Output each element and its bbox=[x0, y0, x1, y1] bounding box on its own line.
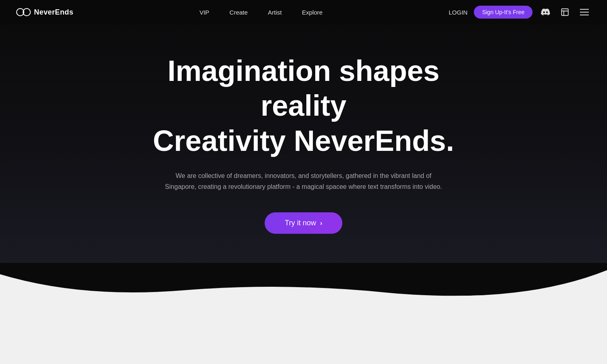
logo-icon bbox=[16, 8, 31, 16]
nav-explore[interactable]: Explore bbox=[302, 9, 323, 16]
wave-divider bbox=[0, 263, 607, 364]
nav-artist[interactable]: Artist bbox=[268, 9, 282, 16]
hero-section: Imagination shapes reality Creativity Ne… bbox=[0, 0, 607, 263]
brand-area: NeverEnds bbox=[16, 8, 73, 17]
translate-icon[interactable] bbox=[558, 6, 571, 19]
brand-name: NeverEnds bbox=[34, 8, 73, 17]
nav-links: VIP Create Artist Explore bbox=[200, 9, 323, 16]
nav-actions: LOGIN Sign Up-It's Free bbox=[449, 6, 591, 19]
hero-title: Imagination shapes reality Creativity Ne… bbox=[121, 53, 486, 158]
menu-icon[interactable] bbox=[578, 6, 591, 19]
nav-create[interactable]: Create bbox=[229, 9, 248, 16]
chevron-right-icon: › bbox=[320, 220, 322, 227]
signup-button[interactable]: Sign Up-It's Free bbox=[474, 6, 533, 19]
nav-vip[interactable]: VIP bbox=[200, 9, 209, 16]
hero-subtitle: We are collective of dreamers, innovator… bbox=[162, 170, 445, 192]
svg-rect-2 bbox=[562, 9, 569, 16]
try-it-now-button[interactable]: Try it now › bbox=[265, 212, 343, 234]
login-link[interactable]: LOGIN bbox=[449, 9, 468, 16]
navbar: NeverEnds VIP Create Artist Explore LOGI… bbox=[0, 0, 607, 24]
discord-icon[interactable] bbox=[539, 6, 552, 19]
